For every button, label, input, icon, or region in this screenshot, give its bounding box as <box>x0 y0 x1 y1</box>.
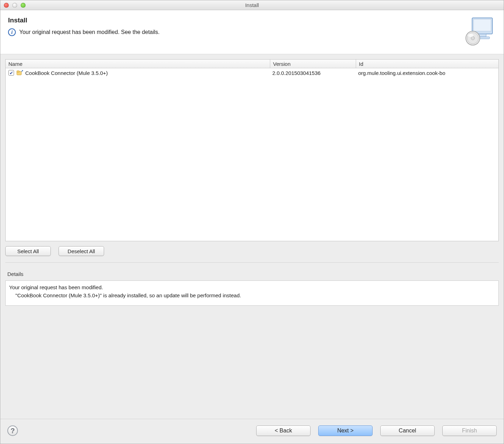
zoom-window-button[interactable] <box>21 3 26 8</box>
divider <box>5 262 499 263</box>
features-table: Name Version Id ✔ <box>5 59 499 241</box>
help-icon[interactable]: ? <box>7 425 18 436</box>
feature-icon <box>16 70 23 76</box>
details-label: Details <box>7 271 499 277</box>
next-button[interactable]: Next > <box>318 425 373 436</box>
select-all-button[interactable]: Select All <box>5 246 51 256</box>
row-checkbox[interactable]: ✔ <box>8 70 14 76</box>
svg-point-7 <box>468 34 474 37</box>
page-title: Install <box>8 16 464 24</box>
install-banner-icon <box>464 16 496 46</box>
column-header-name[interactable]: Name <box>6 60 270 68</box>
header-message: Your original request has been modified.… <box>19 29 160 35</box>
wizard-footer: ? < Back Next > Cancel Finish <box>0 419 504 444</box>
cancel-button[interactable]: Cancel <box>380 425 435 436</box>
row-name: CookBook Connector (Mule 3.5.0+) <box>25 70 108 76</box>
wizard-header: Install i Your original request has been… <box>0 10 504 54</box>
checkmark-icon: ✔ <box>9 71 13 75</box>
info-icon: i <box>8 28 16 36</box>
deselect-all-button[interactable]: Deselect All <box>59 246 104 256</box>
column-header-version[interactable]: Version <box>270 60 356 68</box>
titlebar: Install <box>0 0 504 10</box>
window-title: Install <box>0 2 504 8</box>
window-controls <box>4 3 26 8</box>
details-line-1: Your original request has been modified. <box>9 284 495 292</box>
close-window-button[interactable] <box>4 3 9 8</box>
back-button[interactable]: < Back <box>256 425 311 436</box>
table-row[interactable]: ✔ CookBook Connector (Mule 3.5.0+) <box>6 68 498 77</box>
column-header-id[interactable]: Id <box>356 60 498 68</box>
svg-rect-9 <box>17 71 19 72</box>
row-version: 2.0.0.201503041536 <box>272 70 321 76</box>
table-header: Name Version Id <box>6 60 498 68</box>
wizard-body: Name Version Id ✔ <box>0 54 504 419</box>
finish-button: Finish <box>442 425 497 436</box>
svg-rect-1 <box>474 19 491 31</box>
details-text: Your original request has been modified.… <box>5 280 499 306</box>
install-dialog: Install Install i Your original request … <box>0 0 504 444</box>
minimize-window-button[interactable] <box>12 3 17 8</box>
row-id: org.mule.tooling.ui.extension.cook-bo <box>358 70 445 76</box>
details-line-2: "CookBook Connector (Mule 3.5.0+)" is al… <box>9 292 495 300</box>
